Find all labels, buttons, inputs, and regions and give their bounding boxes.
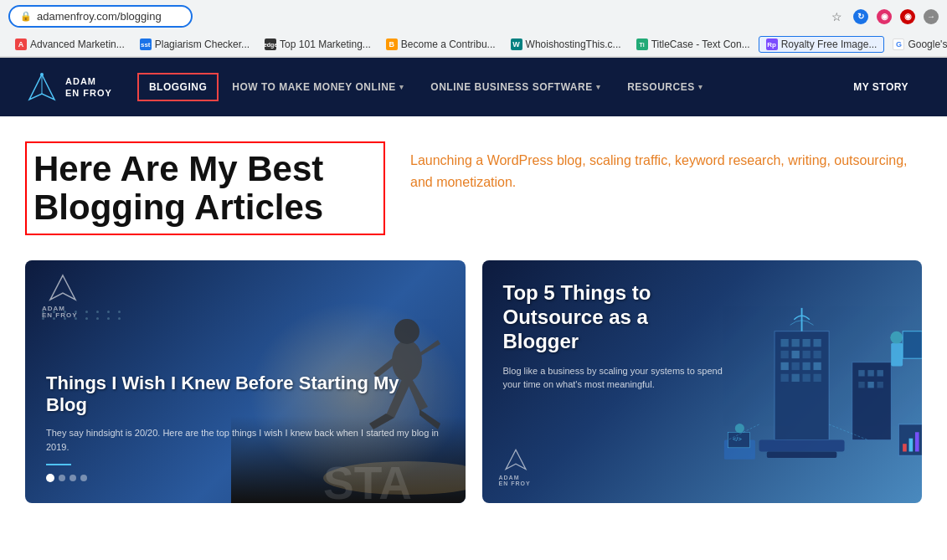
nav-item-software[interactable]: ONLINE BUSINESS SOFTWARE ▾ [417,58,614,116]
bookmark-top101[interactable]: edge Top 101 Marketing... [258,37,378,52]
hero-description: Launching a WordPress blog, scaling traf… [410,150,922,193]
bookmark-favicon-contrib: B [386,39,398,50]
nav-label-my-story: MY STORY [853,81,908,93]
card-1-logo-text: ADAMEN FROY [42,306,84,319]
bookmarks-bar: A Advanced Marketin... sst Plagiarism Ch… [0,33,947,57]
hero-right: Launching a WordPress blog, scaling traf… [410,141,922,193]
bookmark-label-t101: Top 101 Marketing... [280,39,371,50]
ext-icon-sync[interactable]: ↻ [853,9,868,24]
nav-item-my-story[interactable]: MY STORY [840,58,922,116]
card-blog-2[interactable]: </> [482,260,923,503]
card-2-description: Blog like a business by scaling your sys… [503,364,724,392]
card-1-pagination [46,474,445,482]
page-dot-3 [69,475,76,481]
chevron-down-icon-software: ▾ [596,83,601,91]
bookmark-favicon-pl: sst [140,39,152,50]
chevron-down-icon-resources: ▾ [698,83,703,91]
nav-links: BLOGGING HOW TO MAKE MONEY ONLINE ▾ ONLI… [137,58,922,116]
bookmark-advanced-marketing[interactable]: A Advanced Marketin... [8,37,131,52]
card-1-overlay: ADAMEN FROY Things I Wish I Knew Before … [25,260,466,503]
bookmark-label-who: WhoishostingThis.c... [526,39,621,50]
bookmark-titlecase[interactable]: Ti TitleCase - Text Con... [630,37,757,52]
logo[interactable]: ADAMEN FROY [25,70,112,104]
card-1-title: Things I Wish I Knew Before Starting My … [46,372,445,417]
nav-label-make-money: HOW TO MAKE MONEY ONLINE [232,81,396,93]
nav-label-blogging: BLOGGING [149,81,207,93]
nav-item-blogging[interactable]: BLOGGING [137,73,219,101]
card-2-logo: ADAMEN FROY [499,448,533,486]
browser-topbar: 🔒 adamenfroy.com/blogging ☆ ↻ ◉ ◉ → [0,0,947,33]
page-dot-4 [80,475,87,481]
site-navigation: ADAMEN FROY BLOGGING HOW TO MAKE MONEY O… [0,58,947,116]
bookmark-favicon-who: W [511,39,522,50]
url-text: adamenfroy.com/blogging [37,10,162,23]
star-icon[interactable]: ☆ [828,8,845,25]
card-2-logo-svg [499,448,533,471]
bookmark-contribute[interactable]: B Become a Contribu... [379,37,502,52]
card-2-title: Top 5 Things to Outsource as a Blogger [503,281,724,353]
hero-section: Here Are My Best Blogging Articles Launc… [0,116,947,252]
bookmark-google[interactable]: G Google's [886,37,947,52]
bookmark-plagiarism[interactable]: sst Plagiarism Checker... [133,37,256,52]
bookmark-label-pl: Plagiarism Checker... [155,39,250,50]
chevron-down-icon-money: ▾ [399,83,404,91]
bookmark-whoishostingthis[interactable]: W WhoishostingThis.c... [504,37,628,52]
page-dot-1 [46,474,54,482]
card-1-description: They say hindsight is 20/20. Here are th… [46,426,445,454]
bookmark-label-contrib: Become a Contribu... [401,39,496,50]
bookmark-favicon-am: A [15,39,27,50]
bookmark-favicon-t101: edge [265,39,276,50]
card-2-overlay: ADAMEN FROY Top 5 Things to Outsource as… [482,260,923,503]
lock-icon: 🔒 [20,11,32,22]
bookmark-favicon-tc: Ti [636,39,648,50]
bookmark-royalty-free[interactable]: Rp Royalty Free Image... [759,36,885,53]
ext-icon-instagram[interactable]: ◉ [877,9,892,24]
bookmark-label-tc: TitleCase - Text Con... [651,39,750,50]
browser-icons: ☆ ↻ ◉ ◉ → [828,8,939,25]
nav-label-software: ONLINE BUSINESS SOFTWARE [430,81,592,93]
card-2-content: Top 5 Things to Outsource as a Blogger B… [503,281,724,401]
bookmark-favicon-rf: Rp [766,39,778,50]
card-1-logo-svg [42,273,84,302]
card-bg-2: </> [482,260,923,503]
card-2-logo-text: ADAMEN FROY [499,475,533,486]
hero-title: Here Are My Best Blogging Articles [25,141,385,235]
cards-section: STA [0,252,947,520]
browser-chrome: 🔒 adamenfroy.com/blogging ☆ ↻ ◉ ◉ → A Ad… [0,0,947,58]
card-1-divider [46,464,71,465]
card-blog-1[interactable]: STA [25,260,466,503]
logo-icon [25,70,59,104]
ext-icon-arrow[interactable]: → [924,9,939,24]
svg-point-0 [40,73,44,76]
card-bg-1: STA [25,260,466,503]
card-1-logo: ADAMEN FROY [42,273,84,319]
bookmark-label-g: Google's [908,39,947,50]
page-dot-2 [59,475,65,481]
bookmark-favicon-g: G [893,39,904,50]
logo-text: ADAMEN FROY [65,75,112,100]
ext-icon-red[interactable]: ◉ [900,9,915,24]
bookmark-label-rf: Royalty Free Image... [781,39,878,50]
nav-item-resources[interactable]: RESOURCES ▾ [614,58,716,116]
bookmark-label-am: Advanced Marketin... [30,39,125,50]
nav-label-resources: RESOURCES [627,81,695,93]
hero-left: Here Are My Best Blogging Articles [25,141,385,235]
address-bar[interactable]: 🔒 adamenfroy.com/blogging [8,5,193,28]
hero-desc-text: Launching a WordPress blog, scaling traf… [410,153,907,189]
nav-item-make-money[interactable]: HOW TO MAKE MONEY ONLINE ▾ [219,58,417,116]
website-content: ADAMEN FROY BLOGGING HOW TO MAKE MONEY O… [0,58,947,520]
